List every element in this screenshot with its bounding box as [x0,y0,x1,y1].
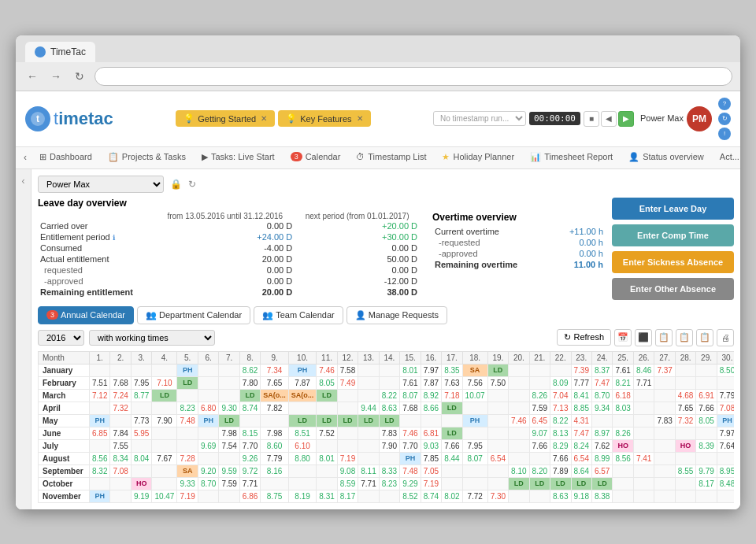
calendar-cell[interactable] [654,376,675,389]
working-times-select[interactable]: with working times [89,330,215,346]
calendar-cell[interactable] [633,464,654,477]
calendar-cell[interactable] [110,414,131,427]
calendar-cell[interactable]: PH [717,414,734,427]
calendar-cell[interactable] [529,452,550,464]
calendar-cell[interactable]: 9.30 [219,402,239,414]
calendar-cell[interactable]: 9.08 [337,464,358,477]
calendar-cell[interactable]: 8.13 [550,427,571,439]
year-select[interactable]: 2016 [38,330,84,346]
calendar-cell[interactable]: 8.11 [358,464,379,477]
calendar-cell[interactable]: LD [487,364,508,376]
calendar-cell[interactable]: 8.46 [633,364,654,376]
calendar-cell[interactable] [379,376,399,389]
calendar-cell[interactable] [379,452,399,464]
calendar-cell[interactable]: 8.04 [131,452,151,464]
calendar-cell[interactable]: 9.19 [131,490,151,502]
calendar-cell[interactable] [152,439,177,452]
calendar-cell[interactable]: 7.67 [152,452,177,464]
calendar-cell[interactable] [509,376,529,389]
calendar-cell[interactable] [219,364,239,376]
calendar-cell[interactable]: PH [177,364,198,376]
sidebar-toggle[interactable]: ‹ [16,169,32,509]
calendar-cell[interactable]: LD [529,477,550,490]
calendar-cell[interactable]: 9.69 [198,439,218,452]
calendar-cell[interactable]: 8.50 [717,364,734,376]
calendar-cell[interactable]: 9.18 [571,490,591,502]
calendar-cell[interactable] [654,452,675,464]
calendar-cell[interactable]: 7.83 [654,414,675,427]
calendar-cell[interactable]: 7.19 [177,490,198,502]
calendar-cell[interactable]: 8.66 [421,402,441,414]
calendar-cell[interactable]: 8.17 [696,477,717,490]
calendar-cell[interactable] [654,477,675,490]
calendar-cell[interactable]: HO [675,439,695,452]
calendar-cell[interactable]: LD [219,414,239,427]
calendar-cell[interactable]: 7.90 [379,439,399,452]
nav-prev-arrow[interactable]: ‹ [19,149,32,166]
calendar-cell[interactable]: 7.32 [675,414,695,427]
calendar-cell[interactable]: 8.02 [442,490,462,502]
calendar-cell[interactable]: SA(o... [288,389,317,402]
calendar-cell[interactable]: 7.68 [400,402,421,414]
calendar-cell[interactable] [509,427,529,439]
calendar-cell[interactable]: 7.51 [90,376,110,389]
calendar-cell[interactable]: 7.05 [421,464,441,477]
calendar-cell[interactable] [487,389,508,402]
calendar-cell[interactable] [675,452,695,464]
calendar-cell[interactable]: 6.80 [198,402,218,414]
calendar-cell[interactable] [462,477,487,490]
calendar-cell[interactable] [90,477,110,490]
calendar-cell[interactable]: 10.47 [152,490,177,502]
calendar-cell[interactable] [421,414,441,427]
calendar-cell[interactable] [654,439,675,452]
calendar-cell[interactable]: 7.49 [337,376,358,389]
calendar-cell[interactable] [317,477,337,490]
calendar-cell[interactable]: 6.91 [696,389,717,402]
calendar-cell[interactable] [529,376,550,389]
calendar-cell[interactable]: 7.87 [288,376,317,389]
calendar-cell[interactable] [613,477,633,490]
calendar-cell[interactable] [219,452,239,464]
calendar-cell[interactable] [198,389,218,402]
calendar-cell[interactable] [654,464,675,477]
calendar-cell[interactable]: 7.84 [110,427,131,439]
lock-icon[interactable]: 🔒 [170,179,182,190]
calendar-cell[interactable]: 8.26 [613,427,633,439]
calendar-cell[interactable]: PH [462,414,487,427]
calendar-cell[interactable]: LD [442,427,462,439]
calendar-cell[interactable]: 6.86 [239,490,260,502]
rewind-btn[interactable]: ◀ [601,111,617,127]
calendar-cell[interactable]: 7.97 [717,427,734,439]
calendar-cell[interactable]: PH [288,364,317,376]
calendar-cell[interactable]: PH [90,490,110,502]
calendar-cell[interactable]: SA [462,364,487,376]
calendar-cell[interactable] [219,389,239,402]
calendar-cell[interactable]: 7.47 [571,427,591,439]
calendar-cell[interactable]: PH [400,452,421,464]
calendar-cell[interactable] [261,477,289,490]
cal-icon-btn-5[interactable]: 📋 [696,329,713,346]
calendar-cell[interactable]: 8.55 [675,464,695,477]
calendar-cell[interactable] [487,427,508,439]
calendar-cell[interactable]: LD [152,389,177,402]
timestamp-select[interactable]: No timestamp run... [433,111,526,126]
user-select[interactable]: Power Max [38,176,164,193]
calendar-cell[interactable]: 7.48 [177,414,198,427]
calendar-cell[interactable] [110,477,131,490]
calendar-cell[interactable]: 7.13 [550,402,571,414]
calendar-cell[interactable]: 8.15 [239,427,260,439]
calendar-cell[interactable]: 8.20 [529,464,550,477]
calendar-cell[interactable] [177,439,198,452]
close-icon-1[interactable]: ✕ [261,114,267,123]
calendar-cell[interactable]: 7.98 [261,427,289,439]
calendar-cell[interactable]: 8.63 [379,402,399,414]
calendar-cell[interactable] [198,452,218,464]
calendar-cell[interactable]: 9.26 [239,452,260,464]
calendar-cell[interactable]: 7.46 [317,364,337,376]
calendar-cell[interactable] [487,439,508,452]
calendar-cell[interactable] [613,490,633,502]
close-icon-2[interactable]: ✕ [357,114,363,123]
calendar-cell[interactable]: 8.19 [288,490,317,502]
calendar-cell[interactable]: 8.52 [400,490,421,502]
calendar-cell[interactable]: 8.62 [239,364,260,376]
